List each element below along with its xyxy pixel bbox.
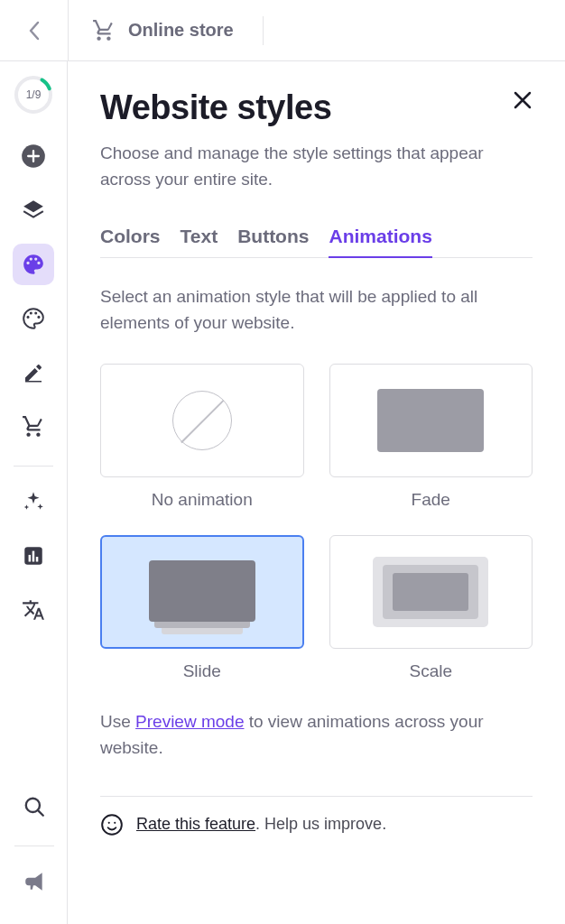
sidebar-search-button[interactable] [14, 786, 55, 827]
sidebar-announce-button[interactable] [14, 861, 55, 902]
translate-icon [22, 598, 45, 622]
page-title: Website styles [100, 88, 331, 127]
svg-rect-11 [36, 557, 38, 561]
svg-point-15 [114, 821, 116, 823]
svg-point-6 [37, 316, 40, 319]
preview-note: Use Preview mode to view animations acro… [100, 708, 533, 762]
progress-label: 1/9 [13, 74, 54, 116]
top-bar: Online store [0, 0, 565, 61]
tab-animations[interactable]: Animations [329, 226, 431, 258]
option-slide[interactable]: Slide [100, 535, 304, 681]
divider [14, 466, 53, 467]
sidebar-analytics-button[interactable] [13, 535, 54, 577]
chevron-left-icon [28, 21, 41, 41]
smile-icon [100, 813, 124, 836]
search-icon [23, 795, 46, 818]
cart-icon [22, 415, 45, 439]
close-button[interactable] [513, 88, 533, 114]
option-label: Fade [412, 490, 450, 510]
option-label: No animation [152, 490, 253, 510]
divider [263, 16, 264, 45]
cart-icon [92, 19, 116, 42]
scale-preview [373, 557, 488, 627]
sidebar-styles-button[interactable] [13, 244, 54, 285]
tab-colors[interactable]: Colors [100, 226, 161, 257]
sidebar-translate-button[interactable] [13, 589, 54, 631]
svg-point-4 [30, 312, 32, 315]
plus-circle-icon [21, 143, 46, 169]
palette-icon [22, 253, 45, 276]
rate-suffix: . Help us improve. [255, 815, 386, 833]
option-no-animation[interactable]: No animation [100, 364, 304, 510]
pencil-icon [23, 362, 44, 383]
rate-feature-link[interactable]: Rate this feature [136, 815, 255, 833]
svg-point-13 [102, 815, 122, 835]
sidebar-theme-button[interactable] [13, 298, 54, 339]
svg-rect-9 [29, 555, 31, 562]
slide-preview [149, 560, 255, 643]
page-description: Choose and manage the style settings tha… [100, 140, 533, 193]
fade-preview [377, 389, 484, 452]
svg-point-14 [108, 821, 110, 823]
tab-buttons[interactable]: Buttons [237, 226, 309, 257]
tabs: Colors Text Buttons Animations [100, 226, 533, 258]
close-icon [513, 90, 533, 110]
option-label: Slide [183, 661, 221, 681]
main-panel: Website styles Choose and manage the sty… [68, 61, 565, 924]
option-label: Scale [409, 661, 452, 681]
divider [14, 845, 54, 846]
option-fade[interactable]: Fade [329, 364, 533, 510]
rate-feature-row: Rate this feature. Help us improve. [100, 813, 533, 836]
animation-options: No animation Fade Slide [100, 364, 533, 681]
back-button[interactable] [0, 0, 68, 61]
option-scale[interactable]: Scale [329, 535, 533, 681]
sidebar-add-button[interactable] [13, 135, 54, 177]
megaphone-icon [23, 870, 46, 893]
svg-point-5 [34, 312, 37, 315]
sidebar: 1/9 [0, 61, 68, 924]
tab-text[interactable]: Text [181, 226, 218, 257]
layers-icon [22, 199, 45, 222]
sidebar-ai-button[interactable] [13, 481, 54, 522]
preview-mode-link[interactable]: Preview mode [135, 712, 244, 731]
svg-point-3 [27, 316, 30, 319]
store-context: Online store [69, 16, 264, 45]
palette-outline-icon [22, 307, 45, 330]
sparkle-icon [22, 490, 45, 513]
sidebar-edit-button[interactable] [13, 352, 54, 393]
svg-rect-10 [32, 551, 34, 562]
sidebar-layers-button[interactable] [13, 189, 54, 231]
store-label: Online store [128, 20, 234, 41]
svg-rect-7 [25, 381, 42, 383]
divider [100, 796, 533, 797]
section-description: Select an animation style that will be a… [100, 283, 533, 337]
none-icon [172, 391, 232, 450]
bar-chart-icon [22, 544, 45, 568]
sidebar-store-button[interactable] [13, 406, 54, 448]
progress-indicator[interactable]: 1/9 [13, 74, 54, 116]
